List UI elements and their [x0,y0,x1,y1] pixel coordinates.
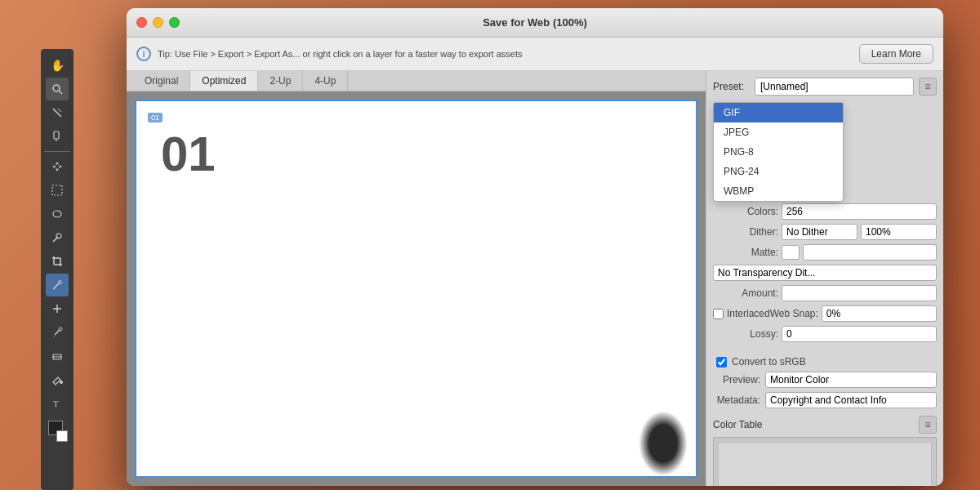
tip-text: Tip: Use File > Export > Export As... or… [158,49,853,59]
canvas-figure [639,411,688,476]
svg-rect-7 [52,185,62,195]
svg-point-0 [53,85,60,91]
no-transparency-select[interactable]: No Transparency Dit... [713,265,937,281]
no-transparency-row: No Transparency Dit... [713,265,937,281]
convert-srgb-checkbox[interactable] [716,357,727,368]
dither-amount-select[interactable]: 100% [861,224,937,240]
window-controls [136,17,180,28]
preset-row: Preset: [Unnamed] ≡ [713,78,937,96]
amount-select[interactable] [782,285,937,301]
matte-label: Matte: [713,247,778,258]
color-table-area [713,437,937,486]
title-bar: Save for Web (100%) [127,8,943,38]
svg-point-10 [56,234,61,238]
metadata-label: Metadata: [713,394,760,406]
settings-panel: Preset: [Unnamed] ≡ GIF JPEG [706,71,943,486]
brush-tool[interactable] [46,321,69,344]
tab-original[interactable]: Original [133,71,190,91]
svg-point-24 [60,381,63,384]
foreground-color[interactable] [47,421,68,442]
type-tool[interactable]: T [46,392,69,415]
web-snap-label: Web Snap: [770,308,818,319]
canvas-number: 01 [161,126,216,182]
color-table-menu-button[interactable]: ≡ [919,416,937,434]
save-for-web-dialog: Save for Web (100%) i Tip: Use File > Ex… [127,8,943,486]
magic-wand-tool[interactable] [46,226,69,249]
close-button[interactable] [136,17,147,28]
preview-label: Preview: [713,374,760,385]
lossy-label: Lossy: [713,328,778,340]
eyedropper-icon[interactable] [46,274,69,296]
move-tool[interactable] [46,155,69,178]
svg-line-3 [58,109,61,112]
amount-label: Amount: [713,287,778,299]
matte-color-swatch[interactable] [782,245,800,260]
zoom-tool[interactable] [46,78,69,100]
preset-select[interactable]: [Unnamed] [755,78,914,96]
lossy-row: Lossy: 0 [713,326,937,342]
web-snap-select[interactable]: 0% [822,305,937,322]
matte-select[interactable] [803,244,937,261]
format-option-png8[interactable]: PNG-8 [714,142,843,162]
info-icon: i [136,47,151,61]
hand-tool[interactable]: ✋ [46,54,69,77]
lossy-select[interactable]: 0 [782,326,937,342]
eyedropper-tool[interactable] [46,125,69,148]
interlaced-checkbox[interactable] [713,309,724,319]
format-option-png24[interactable]: PNG-24 [714,162,843,181]
colors-label: Colors: [713,206,778,217]
interlaced-label: Interlaced [727,308,770,319]
format-option-jpeg[interactable]: JPEG [714,122,843,142]
content-area: Original Optimized 2-Up 4-Up 01 01 [127,71,943,486]
paint-bucket-tool[interactable] [46,368,69,391]
canvas-label: 01 [148,113,163,122]
preview-select[interactable]: Monitor Color [765,372,937,388]
slice-tool[interactable] [46,101,69,124]
minimize-button[interactable] [153,17,163,28]
maximize-button[interactable] [169,17,180,28]
preset-select-wrap: [Unnamed] [755,78,914,96]
svg-point-8 [53,211,61,217]
svg-marker-6 [52,162,62,172]
canvas-frame: 01 01 [135,100,697,478]
preview-row: Preview: Monitor Color [713,372,937,388]
eraser-tool[interactable] [46,345,69,368]
tool-panel: ✋ T [41,49,74,490]
tab-optimized[interactable]: Optimized [190,71,258,91]
divider-1 [44,151,70,152]
tip-bar: i Tip: Use File > Export > Export As... … [127,38,943,71]
colors-select[interactable]: 256 [782,203,937,220]
dither-label: Dither: [713,226,778,238]
tab-2up[interactable]: 2-Up [258,71,303,91]
marquee-tool[interactable] [46,179,69,202]
crop-tool[interactable] [46,250,69,273]
color-table-section: Color Table ≡ [713,416,937,486]
svg-point-21 [59,327,62,331]
format-section: GIF JPEG PNG-8 PNG-24 WBMP [713,102,937,200]
svg-point-17 [53,288,55,290]
format-option-gif[interactable]: GIF [714,103,843,122]
canvas-side: Original Optimized 2-Up 4-Up 01 01 [127,71,706,486]
tab-4up[interactable]: 4-Up [303,71,348,91]
svg-text:T: T [53,399,59,408]
format-option-wbmp[interactable]: WBMP [714,181,843,201]
preset-menu-button[interactable]: ≡ [919,78,937,96]
convert-srgb-row: Convert to sRGB [713,356,937,368]
svg-line-1 [60,91,63,95]
learn-more-button[interactable]: Learn More [859,44,933,64]
svg-line-20 [55,330,60,335]
amount-row: Amount: [713,285,937,301]
heal-tool[interactable] [46,297,69,320]
metadata-select[interactable]: Copyright and Contact Info [765,392,937,408]
interlaced-websnap-row: Interlaced Web Snap: 0% [713,305,937,322]
canvas-area: 01 01 [127,91,706,486]
metadata-row: Metadata: Copyright and Contact Info [713,392,937,408]
dither-select[interactable]: No Dither [782,224,858,240]
matte-row: Matte: [713,244,937,261]
preset-label: Preset: [713,81,750,92]
color-table-title: Color Table [713,419,762,430]
lasso-tool[interactable] [46,203,69,225]
svg-line-2 [53,109,61,117]
view-tabs: Original Optimized 2-Up 4-Up [127,71,706,91]
svg-rect-4 [54,131,59,139]
